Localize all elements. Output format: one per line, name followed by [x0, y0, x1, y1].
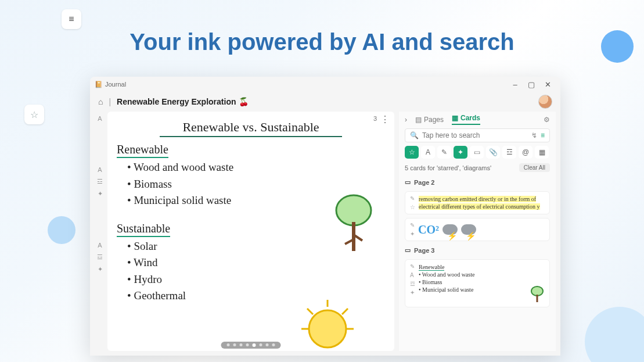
element-count: 3 [373, 115, 377, 122]
filter-page[interactable]: ▭ [470, 146, 484, 159]
minimize-button[interactable]: – [507, 80, 523, 89]
card-line: Wood and wood waste [422, 271, 475, 278]
pen-icon: ✎ [410, 195, 415, 202]
svg-line-3 [342, 309, 348, 314]
section-title: Sustainable [117, 222, 170, 237]
titlebar: 📔 Journal – ▢ ✕ [90, 77, 560, 92]
cherry-icon: 🍒 [239, 97, 249, 106]
app-window: 📔 Journal – ▢ ✕ ⌂ | Renewable Energy Exp… [90, 77, 560, 356]
bg-circle [48, 216, 75, 244]
list-item: Wind [127, 255, 385, 271]
pen-icon: ✎ [410, 263, 415, 270]
sun-drawing [296, 294, 359, 356]
cards-list: ▭ Page 2 ✎ ☆ removing carbon emitted dir… [399, 177, 556, 351]
filter-list[interactable]: ☲ [502, 146, 516, 159]
card-item[interactable]: ✎ ✦ CO² ⚡ ⚡ [405, 218, 550, 241]
tree-icon [530, 286, 545, 303]
page-title: Renewable Energy Exploration 🍒 [117, 97, 248, 106]
favorite-button[interactable]: ☆ [24, 105, 44, 124]
gutter-list-icon[interactable]: ☲ [97, 178, 103, 185]
filter-at[interactable]: @ [519, 146, 533, 159]
home-button[interactable]: ⌂ [98, 97, 103, 106]
filter-text[interactable]: A [421, 146, 435, 159]
svg-point-0 [336, 195, 371, 225]
list-item: Wood and wood waste [127, 159, 385, 176]
cloud-icon: ⚡ [442, 224, 458, 235]
hero-title: Your ink powered by AI and search [0, 29, 644, 55]
results-summary: 5 cards for 'starred', 'diagrams' Clear … [405, 163, 550, 172]
tag-icon: ✦ [410, 289, 415, 296]
card-item[interactable]: ✎ A ☲ ✦ Renewable • Wood and wood waste … [405, 259, 550, 307]
gutter-text-icon[interactable]: A [98, 115, 102, 122]
svg-point-7 [531, 286, 543, 296]
side-panel: › ▤ Pages ▦ Cards ⚙ 🔍 ↯ ≡ ☆ A [399, 112, 556, 351]
svg-line-5 [307, 309, 313, 314]
cloud-icon: ⚡ [461, 224, 476, 235]
tab-label: Cards [460, 114, 480, 122]
card-item[interactable]: ✎ ☆ removing carbon emitted directly or … [405, 191, 550, 214]
filter-row: ☆ A ✎ ✦ ▭ 📎 ☲ @ ▦ [405, 146, 550, 159]
list-item: Biomass [127, 176, 385, 193]
tree-drawing [330, 193, 377, 257]
gutter-text-icon[interactable]: A [98, 166, 102, 173]
co2-label: CO² [418, 222, 439, 237]
page-title-text: Renewable Energy Exploration [117, 97, 236, 106]
star-icon: ☆ [410, 204, 415, 210]
filter-pen[interactable]: ✎ [437, 146, 451, 159]
search-bar[interactable]: 🔍 ↯ ≡ [405, 128, 550, 142]
tag-icon: ✦ [410, 231, 415, 237]
note-canvas[interactable]: 3 ⋮ Renewable vs. Sustainable Renewable … [107, 112, 394, 351]
filter-star[interactable]: ☆ [405, 146, 419, 159]
mic-icon[interactable]: ↯ [531, 131, 537, 139]
panel-settings-button[interactable]: ⚙ [544, 116, 550, 124]
tab-cards[interactable]: ▦ Cards [452, 114, 480, 125]
hamburger-icon: ≡ [69, 14, 74, 24]
menu-button[interactable]: ≡ [62, 9, 81, 29]
tab-label: Pages [424, 116, 444, 124]
panel-tabs: › ▤ Pages ▦ Cards ⚙ [399, 112, 556, 125]
search-icon: 🔍 [410, 131, 419, 139]
canvas-gutter: A A ☲ ✦ A ☲ ✦ [95, 112, 105, 351]
bg-circle [585, 307, 644, 362]
breadcrumb-separator: | [109, 97, 111, 106]
card-side-icons: ✎ ☆ [410, 195, 415, 210]
note-heading: Renewable vs. Sustainable [160, 117, 342, 137]
page-header[interactable]: ▭ Page 3 [405, 245, 550, 256]
list-item: Hydro [127, 271, 385, 288]
app-name-label: Journal [105, 81, 126, 88]
filter-icon[interactable]: ≡ [541, 131, 545, 139]
gutter-text-icon[interactable]: A [98, 242, 102, 249]
results-text: 5 cards for 'starred', 'diagrams' [405, 164, 491, 171]
workspace: A A ☲ ✦ A ☲ ✦ 3 ⋮ Renewable vs. Sustaina… [90, 112, 560, 356]
section-title: Renewable [117, 143, 168, 158]
card-body: removing carbon emitted directly or in t… [419, 195, 545, 210]
gutter-tag-icon[interactable]: ✦ [98, 266, 103, 273]
gutter-list-icon[interactable]: ☲ [97, 253, 103, 261]
collapse-panel-button[interactable]: › [405, 116, 407, 124]
card-text: removing carbon emitted directly or in t… [419, 196, 540, 210]
gutter-tag-icon[interactable]: ✦ [98, 190, 103, 198]
maximize-button[interactable]: ▢ [523, 80, 539, 89]
page-indicator[interactable] [221, 342, 281, 349]
clear-filters-button[interactable]: Clear All [519, 163, 550, 172]
pages-icon: ▤ [415, 116, 422, 124]
doc-icon: ▭ [405, 246, 411, 254]
canvas-area: A A ☲ ✦ A ☲ ✦ 3 ⋮ Renewable vs. Sustaina… [95, 112, 394, 351]
doc-icon: ▭ [405, 178, 411, 186]
card-line: Municipal solid waste [422, 286, 473, 293]
journal-icon: 📔 [95, 81, 103, 88]
page-label: Page 3 [414, 247, 434, 254]
canvas-more-button[interactable]: ⋮ [380, 114, 390, 125]
card-body: Renewable • Wood and wood waste • Biomas… [419, 263, 545, 303]
filter-cal[interactable]: ▦ [535, 146, 549, 159]
avatar[interactable] [538, 95, 552, 109]
close-button[interactable]: ✕ [539, 80, 556, 89]
page-header[interactable]: ▭ Page 2 [405, 177, 550, 188]
search-input[interactable] [422, 131, 528, 139]
filter-tag[interactable]: ✦ [454, 146, 467, 159]
app-name: 📔 Journal [95, 81, 126, 88]
filter-clip[interactable]: 📎 [486, 146, 500, 159]
text-icon: A [410, 272, 415, 278]
list-icon: ☲ [410, 281, 415, 287]
tab-pages[interactable]: ▤ Pages [415, 116, 444, 124]
